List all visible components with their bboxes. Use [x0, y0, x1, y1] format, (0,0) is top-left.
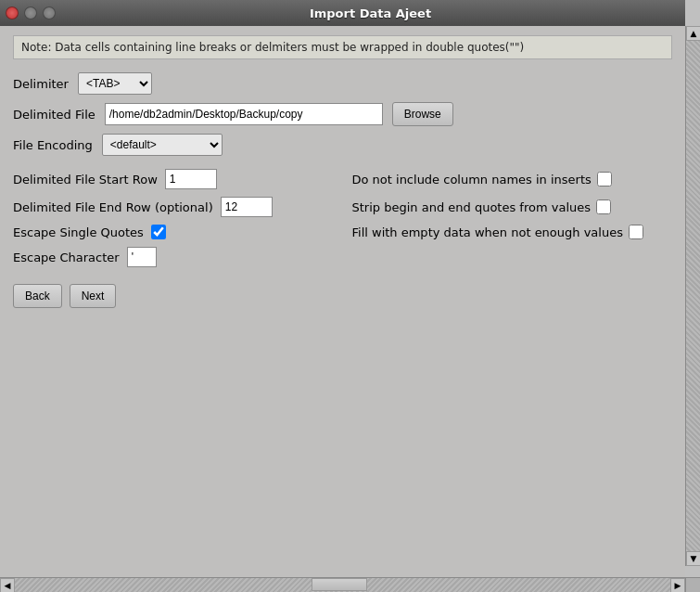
scroll-up-arrow[interactable]: ▲	[686, 26, 700, 41]
no-column-names-label: Do not include column names in inserts	[352, 173, 592, 187]
scroll-right-arrow[interactable]: ▶	[670, 578, 685, 592]
buttons-row: Back Next	[13, 284, 672, 308]
right-scrollbar: ▲ ▼	[685, 26, 700, 566]
end-row-input[interactable]	[221, 197, 273, 217]
scroll-left-arrow[interactable]: ◀	[0, 578, 15, 592]
delimited-file-input[interactable]	[105, 103, 383, 125]
note-text: Note: Data cells containing line breaks …	[21, 41, 524, 54]
scroll-track-horizontal[interactable]	[15, 578, 670, 592]
window-container: ✕ Import Data Ajeet Note: Data cells con…	[0, 0, 700, 592]
window-title: Import Data Ajeet	[61, 6, 680, 20]
note-bar: Note: Data cells containing line breaks …	[13, 35, 672, 59]
start-row-input[interactable]	[165, 169, 217, 189]
escape-quotes-row: Escape Single Quotes	[13, 225, 334, 239]
end-row-label: Delimited File End Row (optional)	[13, 200, 213, 214]
scrollbar-corner	[685, 577, 700, 592]
maximize-button[interactable]	[43, 6, 56, 19]
strip-quotes-checkbox[interactable]	[596, 199, 611, 214]
delimiter-select[interactable]: <TAB>	[78, 72, 152, 95]
content-area: Note: Data cells containing line breaks …	[0, 26, 685, 577]
start-row-row: Delimited File Start Row	[13, 169, 334, 189]
escape-char-label: Escape Character	[13, 251, 120, 264]
scroll-down-arrow[interactable]: ▼	[686, 551, 700, 566]
fill-empty-checkbox[interactable]	[629, 225, 643, 239]
start-row-label: Delimited File Start Row	[13, 173, 158, 187]
titlebar: ✕ Import Data Ajeet	[0, 0, 685, 26]
browse-button[interactable]: Browse	[392, 102, 453, 126]
fill-empty-row: Fill with empty data when not enough val…	[352, 225, 673, 239]
fill-empty-label: Fill with empty data when not enough val…	[352, 225, 623, 239]
file-encoding-select[interactable]: <default>	[102, 134, 223, 156]
back-button[interactable]: Back	[13, 284, 62, 308]
scroll-track-vertical[interactable]	[686, 41, 700, 551]
next-button[interactable]: Next	[70, 284, 117, 308]
scroll-thumb-horizontal[interactable]	[312, 578, 367, 591]
escape-char-row: Escape Character	[13, 247, 672, 267]
bottom-scrollbar: ◀ ▶	[0, 577, 685, 592]
strip-quotes-row: Strip begin and end quotes from values	[352, 197, 673, 217]
delimited-file-label: Delimited File	[13, 108, 95, 122]
no-column-names-row: Do not include column names in inserts	[352, 169, 673, 189]
no-column-names-checkbox[interactable]	[597, 172, 612, 187]
escape-single-quotes-label: Escape Single Quotes	[13, 225, 144, 239]
strip-quotes-label: Strip begin and end quotes from values	[352, 200, 592, 214]
close-button[interactable]: ✕	[6, 6, 19, 19]
end-row-row: Delimited File End Row (optional)	[13, 197, 334, 217]
minimize-button[interactable]	[24, 6, 37, 19]
escape-single-quotes-checkbox[interactable]	[151, 225, 166, 239]
delimiter-label: Delimiter	[13, 77, 69, 91]
file-encoding-label: File Encoding	[13, 138, 93, 152]
main-window: ✕ Import Data Ajeet Note: Data cells con…	[0, 0, 685, 577]
escape-char-input[interactable]	[127, 247, 157, 267]
